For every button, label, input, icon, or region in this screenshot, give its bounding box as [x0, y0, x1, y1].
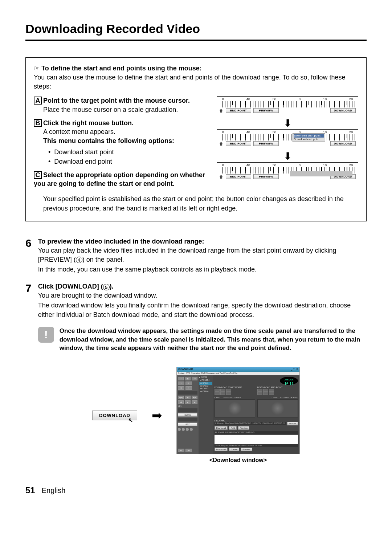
- scale-num: 0: [299, 97, 301, 101]
- options-list: Download start point Download end point: [48, 147, 209, 166]
- circled-4: 4: [76, 257, 82, 263]
- step-6: 6 To preview the video included in the d…: [25, 238, 367, 274]
- file-list[interactable]: [215, 435, 298, 444]
- step-b-subhead: This menu contains the following options…: [43, 136, 209, 146]
- scale-num: 0: [222, 163, 224, 167]
- dl-preview-button2[interactable]: Preview: [241, 448, 252, 451]
- figure-caption: <Download window>: [176, 457, 300, 464]
- sidebar-x-label: X1/1: [178, 405, 197, 407]
- download-panel-button[interactable]: DOWNLOAD ↖: [92, 411, 137, 420]
- slow-button[interactable]: SLOW: [178, 413, 197, 417]
- step-7-p1: You are brought to the download window.: [38, 291, 367, 300]
- scale-num: 50: [273, 130, 276, 134]
- divider: [25, 40, 367, 41]
- bottom-figure: DOWNLOAD ↖ ➡ DOWNLOAD _ ▢ ✕ System DVR O…: [25, 367, 367, 464]
- step-7-num: 7: [25, 283, 32, 352]
- preview-end: [257, 399, 298, 417]
- end-point-button[interactable]: END POINT: [226, 174, 251, 179]
- cursor-icon: ↖: [128, 417, 133, 424]
- step-6-num: 6: [25, 238, 32, 274]
- arrow-down-icon: ⬇: [217, 151, 358, 162]
- window-controls[interactable]: _ ▢ ✕: [291, 368, 298, 371]
- page-number: 51: [25, 485, 35, 495]
- scale-num: 40: [246, 130, 250, 134]
- arrow-down-icon: ⬇: [217, 118, 358, 128]
- scale-num: 10: [323, 163, 327, 167]
- scale-illustration-2: 0 40 50 0 10 20 Download start point Dow…: [217, 129, 358, 149]
- menu-item-end[interactable]: Download end point: [294, 138, 324, 141]
- step-b-label: B: [34, 119, 42, 127]
- steps-column: APoint to the target point with the mous…: [34, 96, 209, 192]
- dl-create-button[interactable]: Create: [229, 448, 239, 451]
- trash-icon: 🗑: [219, 142, 224, 146]
- step-7-head: Click [DOWNLOAD] (5).: [38, 283, 367, 290]
- step-c-label: C: [34, 171, 42, 179]
- end-point-button[interactable]: END POINT: [226, 108, 251, 113]
- step-7-p2: The download window lets you finally con…: [38, 301, 367, 319]
- step-6-head: To preview the video included in the dow…: [38, 238, 367, 245]
- step-a-body: Place the mouse cursor on a scale gradua…: [43, 105, 209, 114]
- scale-num: 40: [246, 97, 250, 101]
- ptz-button[interactable]: PTZ: [178, 423, 197, 426]
- total-bar: TOTAL/Program 0 Files 0h 0min 0M/0/0 Exp…: [215, 444, 298, 447]
- clock: 2005/07/25 16:11: [280, 377, 298, 385]
- browse-button[interactable]: Browse: [287, 422, 298, 425]
- scale-num: 10: [323, 97, 327, 101]
- scale-num: 0: [222, 97, 224, 101]
- download-window: DOWNLOAD _ ▢ ✕ System DVR Operation DVR …: [176, 367, 300, 454]
- menubar[interactable]: System DVR Operation DVR Management Tool…: [177, 372, 299, 375]
- download-button[interactable]: DOWNLOAD: [330, 108, 356, 113]
- scale-num: 50: [273, 163, 276, 167]
- scale-illustration-1: 0 40 50 0 10 20 🗑 END POINT PREVIEW DOWN…: [217, 96, 358, 116]
- menu-item-start[interactable]: Download start point: [294, 134, 324, 138]
- preview-button[interactable]: PREVIEW: [253, 108, 279, 113]
- start-label: DOWNLOAD START POINT: [215, 386, 255, 388]
- list-header: FILENAME FILENAME DATE/TIME START END: [215, 431, 298, 434]
- scale-num: 20: [349, 130, 353, 134]
- warning-icon: !: [38, 327, 54, 343]
- preview-start: [215, 399, 255, 417]
- dl-download-button[interactable]: Download: [215, 426, 228, 430]
- step-7: 7 Click [DOWNLOAD] (5). You are brought …: [25, 283, 367, 352]
- language-label: English: [42, 486, 66, 495]
- instruction-box: To define the start and end points using…: [25, 57, 367, 221]
- step-c-after: Your specified point is established as t…: [43, 195, 358, 213]
- preview-button[interactable]: PREVIEW: [253, 141, 279, 146]
- end-label: DOWNLOAD END POINT: [257, 386, 298, 388]
- context-menu[interactable]: Download start point Download end point: [293, 133, 325, 142]
- footer: 51 English: [25, 485, 367, 495]
- scale-num: 40: [246, 163, 250, 167]
- step-6-p1: You can play back the video files includ…: [38, 246, 367, 264]
- camera-tree[interactable]: ▸ CAM1 ▾ PC1234 ■ CAM1 ■ CAM2 ■ CAM3 ■ C…: [199, 375, 213, 454]
- main-panel: 2005/07/25 16:11 DOWNLOAD START POINT DO…: [213, 375, 299, 454]
- dl-preview-button[interactable]: Preview: [238, 426, 249, 430]
- box-intro: You can also use the mouse to define the…: [34, 73, 358, 91]
- preview-button[interactable]: PREVIEW: [253, 174, 279, 179]
- trash-icon: 🗑: [219, 175, 224, 179]
- titlebar: DOWNLOAD _ ▢ ✕: [177, 367, 299, 372]
- circled-5: 5: [103, 284, 110, 290]
- step-c-head: Select the appropriate option depending …: [34, 171, 205, 187]
- dl-download-button2[interactable]: Download: [215, 448, 228, 451]
- step-a-head: Point to the target point with the mouse…: [43, 97, 190, 104]
- dl-add-button[interactable]: Add: [229, 426, 237, 430]
- end-point-button[interactable]: END POINT: [226, 141, 251, 146]
- bullet-end: Download end point: [48, 157, 209, 166]
- path-field[interactable]: C:\Program Files\SANYO\VA-SW8000\CAM1_20…: [215, 422, 286, 425]
- bullet-start: Download start point: [48, 147, 209, 157]
- scale-num: 0: [222, 130, 224, 134]
- arrow-right-icon: ➡: [152, 408, 162, 423]
- illustrations-column: 0 40 50 0 10 20 🗑 END POINT PREVIEW DOWN…: [217, 96, 358, 192]
- scale-num: 20: [349, 97, 353, 101]
- box-heading: To define the start and end points using…: [41, 65, 202, 72]
- sidebar: □▣⊞ 12 34 ◀◀▶▶▶ ◀■▶ X1/1 SLOW PTZ ⏮⏭: [177, 375, 199, 454]
- step-b-body: A context menu appears.: [43, 127, 209, 136]
- step-a-label: A: [34, 97, 42, 105]
- step-6-p2: In this mode, you can use the same playb…: [38, 265, 367, 274]
- scale-num: 50: [273, 97, 276, 101]
- step-b-head: Click the right mouse button.: [43, 119, 134, 127]
- download-button[interactable]: DOWNLOAD: [330, 141, 356, 146]
- scale-num: 0: [299, 163, 301, 167]
- page-title: Downloading Recorded Video: [25, 22, 367, 36]
- pointer-icon: [34, 65, 41, 72]
